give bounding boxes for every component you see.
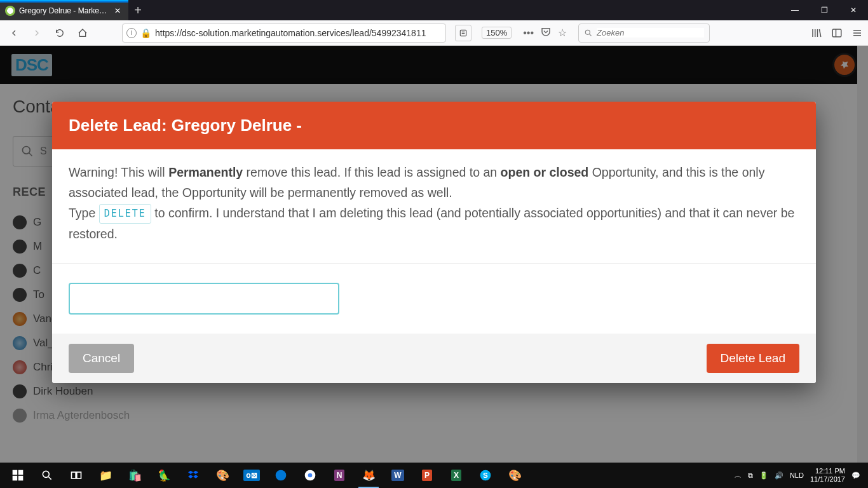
confirm-delete-input[interactable] xyxy=(69,283,339,315)
tab-title: Gregory Delrue - Marketing Aut xyxy=(19,6,108,15)
zoom-level[interactable]: 150% xyxy=(482,27,512,39)
file-explorer-icon[interactable]: 📁 xyxy=(92,463,119,488)
svg-text:S: S xyxy=(483,471,488,479)
action-centre-icon[interactable]: 💬 xyxy=(851,471,860,480)
svg-point-20 xyxy=(43,471,49,477)
browser-search-box[interactable] xyxy=(578,24,710,43)
svg-line-4 xyxy=(590,34,592,36)
warn-strong-permanently: Permanently xyxy=(168,165,243,179)
menu-icon[interactable] xyxy=(851,27,863,39)
svg-point-24 xyxy=(276,470,287,481)
tab-close-icon[interactable]: ✕ xyxy=(112,6,123,15)
tray-chevron-icon[interactable]: ︿ xyxy=(735,471,742,480)
svg-point-3 xyxy=(585,30,590,34)
url-input[interactable] xyxy=(155,28,442,38)
tray-volume-icon[interactable]: 🔊 xyxy=(775,471,783,480)
window-minimize-button[interactable]: — xyxy=(780,0,810,20)
store-icon[interactable]: 🛍️ xyxy=(121,463,149,488)
bookmark-star-icon[interactable]: ☆ xyxy=(558,27,567,39)
warn-text: Warning! This will xyxy=(69,165,168,179)
word-icon[interactable]: W xyxy=(384,463,412,488)
svg-rect-18 xyxy=(13,476,18,481)
nav-home-button[interactable] xyxy=(74,24,92,42)
search-icon xyxy=(584,29,593,37)
svg-rect-16 xyxy=(13,470,18,475)
task-view-button[interactable] xyxy=(62,463,90,488)
edge-icon[interactable] xyxy=(267,463,295,488)
warn-strong-openclosed: open or closed xyxy=(501,165,589,179)
svg-rect-9 xyxy=(832,29,841,37)
tray-dropbox-icon[interactable]: ⧉ xyxy=(748,471,753,480)
onenote-icon[interactable]: N xyxy=(325,463,353,488)
excel-icon[interactable]: X xyxy=(442,463,470,488)
library-icon[interactable] xyxy=(811,27,822,39)
modal-title: Delete Lead: Gregory Delrue - xyxy=(52,102,816,149)
cancel-button[interactable]: Cancel xyxy=(69,344,134,373)
svg-rect-22 xyxy=(72,472,76,478)
windows-taskbar: 📁 🛍️ 🦜 🎨 o⊠ N 🦊 W P X S 🎨 ︿ ⧉ 🔋 🔊 NLD 12… xyxy=(0,463,868,488)
tray-battery-icon[interactable]: 🔋 xyxy=(759,471,768,480)
delete-code: DELETE xyxy=(99,204,151,224)
site-info-icon[interactable]: i xyxy=(126,28,137,38)
sidebar-toggle-icon[interactable] xyxy=(831,27,843,39)
pocket-icon[interactable] xyxy=(540,26,552,40)
svg-line-21 xyxy=(49,477,51,480)
chrome-icon[interactable] xyxy=(296,463,324,488)
reader-view-button[interactable] xyxy=(455,25,471,41)
modal-footer: Cancel Delete Lead xyxy=(52,334,816,383)
type-suffix: to confirm. I understand that I am delet… xyxy=(69,206,794,241)
lock-icon: 🔒 xyxy=(140,28,151,38)
app-icon[interactable]: 🎨 xyxy=(208,463,236,488)
clock-time: 12:11 PM xyxy=(815,467,845,475)
taskbar-clock[interactable]: 12:11 PM 11/17/2017 xyxy=(810,467,845,483)
svg-rect-17 xyxy=(18,470,24,475)
window-close-button[interactable]: ✕ xyxy=(839,0,868,20)
dropbox-icon[interactable] xyxy=(179,463,207,488)
page-actions-icon[interactable]: ••• xyxy=(523,27,534,39)
svg-rect-23 xyxy=(77,472,81,478)
addr-action-icons: ••• ☆ xyxy=(523,26,567,40)
nav-back-button[interactable] xyxy=(5,24,23,42)
address-bar[interactable]: i 🔒 xyxy=(122,24,446,43)
browser-titlebar: Gregory Delrue - Marketing Aut ✕ + — ❐ ✕ xyxy=(0,0,868,20)
new-tab-button[interactable]: + xyxy=(128,3,147,18)
search-taskbar-button[interactable] xyxy=(33,463,61,488)
paint-icon[interactable]: 🎨 xyxy=(501,463,529,488)
type-prefix: Type xyxy=(69,206,99,220)
browser-nav-toolbar: i 🔒 150% ••• ☆ xyxy=(0,20,868,46)
clock-date: 11/17/2017 xyxy=(810,475,845,484)
firefox-icon[interactable]: 🦊 xyxy=(355,463,383,488)
tab-favicon xyxy=(5,6,15,16)
start-button[interactable] xyxy=(4,463,32,488)
browser-search-input[interactable] xyxy=(597,28,704,37)
tray-lang[interactable]: NLD xyxy=(790,471,804,479)
browser-tab[interactable]: Gregory Delrue - Marketing Aut ✕ xyxy=(0,0,128,20)
svg-line-8 xyxy=(820,29,821,37)
nav-forward-button[interactable] xyxy=(28,24,46,42)
window-maximize-button[interactable]: ❐ xyxy=(810,0,839,20)
outlook-icon[interactable]: o⊠ xyxy=(238,463,266,488)
powerpoint-icon[interactable]: P xyxy=(413,463,441,488)
svg-rect-19 xyxy=(18,476,24,481)
page-viewport: DSC Conta S RECE G M C To Vanessa Ronque… xyxy=(0,46,868,488)
svg-point-26 xyxy=(308,473,313,478)
skype-icon[interactable]: S xyxy=(471,463,499,488)
warn-text: remove this lead. If this lead is assign… xyxy=(243,165,500,179)
modal-body: Warning! This will Permanently remove th… xyxy=(52,149,816,264)
delete-lead-button[interactable]: Delete Lead xyxy=(707,344,799,373)
nav-reload-button[interactable] xyxy=(51,24,69,42)
app-icon[interactable]: 🦜 xyxy=(150,463,178,488)
delete-lead-modal: Delete Lead: Gregory Delrue - Warning! T… xyxy=(52,102,816,383)
